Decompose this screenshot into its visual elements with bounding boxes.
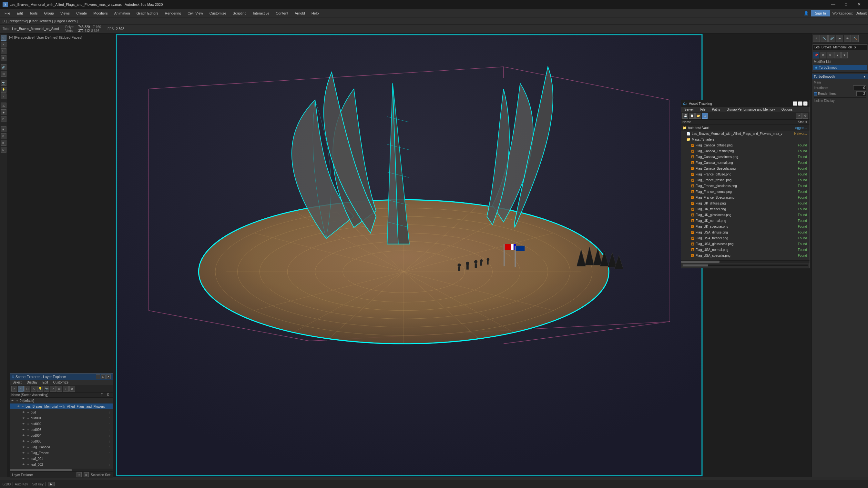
- se-menu-display[interactable]: Display: [24, 380, 40, 385]
- se-menu-edit[interactable]: Edit: [40, 380, 51, 385]
- at-scrollbar-thumb[interactable]: [681, 261, 719, 263]
- at-close-button[interactable]: ✕: [803, 101, 808, 106]
- at-item-flag-france-diffuse[interactable]: 🖼 Flag_France_diffuse.png Found: [681, 171, 810, 177]
- at-item-flag-usa-gloss[interactable]: 🖼 Flag_USA_glossiness.png Found: [681, 241, 810, 247]
- tool-spacing[interactable]: ⊡: [1, 147, 6, 153]
- se-tool-filter[interactable]: ⊠: [69, 386, 75, 392]
- maximize-button[interactable]: □: [840, 0, 852, 9]
- se-item-bud005[interactable]: 👁 ● bud005 ⋮: [10, 438, 113, 444]
- at-item-flag-canada-diffuse[interactable]: 🖼 Flag_Canada_diffuse.png Found: [681, 142, 810, 148]
- tool-select[interactable]: ↖: [1, 35, 6, 41]
- menu-group[interactable]: Group: [41, 10, 57, 17]
- at-menu-options[interactable]: Options: [778, 107, 796, 112]
- delete-modifier-btn[interactable]: ✕: [827, 52, 833, 58]
- se-tool-layers[interactable]: ≡: [18, 386, 24, 392]
- at-tool-settings[interactable]: ⚙: [803, 113, 808, 119]
- at-item-flag-uk-fresnel[interactable]: 🖼 Flag_UK_fresnel.png Found: [681, 206, 810, 212]
- tool-shapes[interactable]: △: [1, 103, 6, 108]
- move-up-modifier-btn[interactable]: ▲: [834, 52, 841, 58]
- tool-camera[interactable]: 📷: [1, 80, 6, 86]
- tool-mirror[interactable]: ⊟: [1, 133, 6, 139]
- render-iters-checkbox[interactable]: [814, 92, 817, 95]
- at-menu-bitmap[interactable]: Bitmap Performance and Memory: [723, 107, 778, 112]
- se-tool-x[interactable]: ✕: [11, 386, 17, 392]
- modify-icon[interactable]: 🔧: [820, 35, 828, 42]
- se-tool-light[interactable]: 💡: [37, 386, 43, 392]
- at-item-flag-france-normal[interactable]: 🖼 Flag_France_normal.png Found: [681, 189, 810, 194]
- tool-array[interactable]: ⊠: [1, 140, 6, 146]
- se-tool-sort[interactable]: ↕: [63, 386, 69, 392]
- se-item-bud004[interactable]: 👁 ● bud004 ⋮: [10, 432, 113, 438]
- at-item-flag-uk-normal[interactable]: 🖼 Flag_UK_normal.png Found: [681, 218, 810, 224]
- at-item-flag-uk-specular[interactable]: 🖼 Flag_UK_specular.png Found: [681, 224, 810, 229]
- se-item-leaf001[interactable]: 👁 ● leaf_001 ⋮: [10, 456, 113, 461]
- menu-file[interactable]: File: [1, 10, 13, 17]
- se-item-leaf002[interactable]: 👁 ● leaf_002 ⋮: [10, 461, 113, 467]
- at-menu-file[interactable]: File: [697, 107, 709, 112]
- tool-light[interactable]: 💡: [1, 87, 6, 93]
- se-tool-space[interactable]: ⊞: [57, 386, 62, 392]
- at-item-flag-usa-diffuse[interactable]: 🖼 Flag_USA_diffuse.png Found: [681, 229, 810, 235]
- move-down-modifier-btn[interactable]: ▼: [841, 52, 848, 58]
- menu-graph-editors[interactable]: Graph Editors: [133, 10, 162, 17]
- turbosomooth-header[interactable]: TurboSmooth ▼: [812, 74, 868, 79]
- at-tool-help[interactable]: ?: [796, 113, 802, 119]
- at-tool-2[interactable]: 📋: [689, 113, 695, 119]
- asset-tracking-content[interactable]: 📁 Autodesk Vault Logged... 📄 Les_Braves_…: [681, 125, 810, 260]
- se-item-layer0[interactable]: 👁 ● 0 (default): [10, 398, 113, 403]
- at-hscroll-thumb[interactable]: [683, 264, 708, 266]
- tool-move[interactable]: +: [1, 42, 6, 47]
- se-item-bud002[interactable]: 👁 ● bud002 ⋮: [10, 421, 113, 427]
- menu-help[interactable]: Help: [308, 10, 322, 17]
- at-item-vault[interactable]: 📁 Autodesk Vault Logged...: [681, 125, 810, 131]
- se-scrollbar-thumb[interactable]: [10, 469, 72, 471]
- tool-rotate[interactable]: ↻: [1, 48, 6, 54]
- se-menu-select[interactable]: Select: [10, 380, 24, 385]
- at-minimize-button[interactable]: —: [793, 101, 797, 106]
- at-item-flag-france-gloss[interactable]: 🖼 Flag_France_glossiness.png Found: [681, 183, 810, 189]
- utilities-icon[interactable]: 🔨: [851, 35, 859, 42]
- se-minimize-button[interactable]: —: [96, 375, 100, 379]
- tool-align[interactable]: ⊞: [1, 126, 6, 132]
- se-tool-geo[interactable]: ◻: [24, 386, 30, 392]
- se-restore-button[interactable]: □: [101, 375, 105, 379]
- asset-tracking-bottom-scroll[interactable]: [682, 264, 808, 267]
- se-item-lesbrave[interactable]: 👁 ● Les_Braves_Memorial_with_Allied_Flag…: [10, 403, 113, 409]
- at-tool-3[interactable]: 📂: [695, 113, 701, 119]
- at-menu-paths[interactable]: Paths: [709, 107, 724, 112]
- at-item-flag-canada-specular[interactable]: 🖼 Flag_Canada_Specular.png Found: [681, 165, 810, 171]
- at-item-flag-canada-normal[interactable]: 🖼 Flag_Canada_normal.png Found: [681, 160, 810, 165]
- asset-tracking-scrollbar[interactable]: [681, 260, 810, 263]
- at-item-flag-france-fresnel[interactable]: 🖼 Flag_France_fresnel.png Found: [681, 177, 810, 183]
- pin-modifier-btn[interactable]: 📌: [813, 52, 819, 58]
- se-tool-helper[interactable]: ?: [50, 386, 56, 392]
- sign-in-button[interactable]: Sign In: [811, 10, 830, 17]
- menu-views[interactable]: Views: [57, 10, 73, 17]
- se-item-bud001[interactable]: 👁 ● bud001 ⋮: [10, 415, 113, 421]
- menu-create[interactable]: Create: [73, 10, 90, 17]
- motion-icon[interactable]: ▶: [836, 35, 843, 42]
- configure-modifier-btn[interactable]: ⚙: [820, 52, 826, 58]
- at-item-heap-base[interactable]: 🖼 Heap_of_Dry_Beach_Sand_BaseColor.png F…: [681, 258, 810, 260]
- scene-explorer-content[interactable]: 👁 ● 0 (default) 👁 ● Les_Braves_Memorial_…: [10, 398, 113, 469]
- se-layer-btn[interactable]: ≡: [76, 472, 82, 477]
- create-icon[interactable]: +: [813, 35, 820, 42]
- menu-modifiers[interactable]: Modifiers: [90, 10, 111, 17]
- se-tool-shape[interactable]: △: [31, 386, 36, 392]
- at-maximize-button[interactable]: □: [798, 101, 803, 106]
- se-close-button[interactable]: ✕: [106, 375, 111, 379]
- hierarchy-icon[interactable]: 🔗: [828, 35, 835, 42]
- at-item-maps-folder[interactable]: 📁 Maps / Shaders: [681, 136, 810, 142]
- tool-unlink[interactable]: ⛓: [1, 71, 6, 77]
- at-item-flag-usa-fresnel[interactable]: 🖼 Flag_USA_fresnel.png Found: [681, 235, 810, 241]
- at-item-flag-canada-gloss[interactable]: 🖼 Flag_Canada_glossiness.png Found: [681, 154, 810, 160]
- render-iters-input[interactable]: [857, 91, 866, 96]
- at-item-flag-france-specular[interactable]: 🖼 Flag_France_Specular.png Found: [681, 194, 810, 200]
- at-tool-1[interactable]: 💾: [682, 113, 688, 119]
- se-item-bud[interactable]: 👁 ● bud ⋮: [10, 409, 113, 415]
- menu-content[interactable]: Content: [273, 10, 291, 17]
- object-name-field[interactable]: Les_Braves_Memorial_on_S: [813, 44, 867, 50]
- menu-edit[interactable]: Edit: [13, 10, 26, 17]
- display-icon[interactable]: 👁: [844, 35, 851, 42]
- se-menu-customize[interactable]: Customize: [51, 380, 71, 385]
